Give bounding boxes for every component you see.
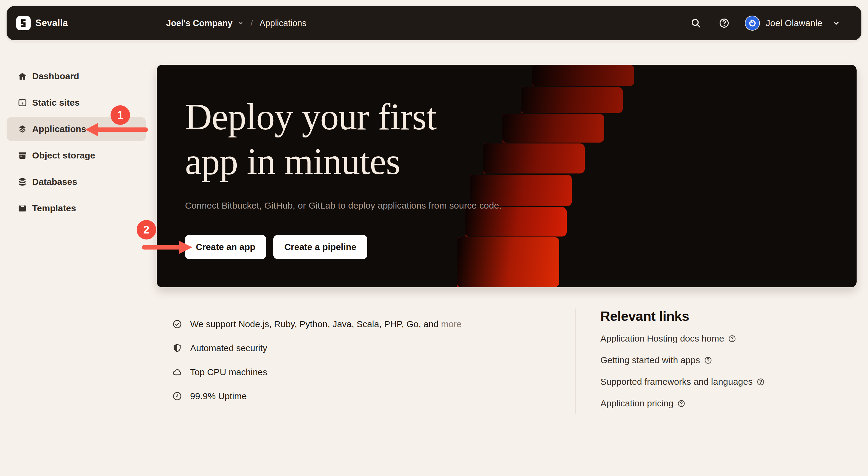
templates-icon xyxy=(18,203,27,213)
databases-icon xyxy=(18,177,27,187)
feature-row-security: Automated security xyxy=(172,341,462,355)
sidebar-item-label: Databases xyxy=(32,177,77,187)
feature-text: Top CPU machines xyxy=(190,367,267,377)
help-icon[interactable] xyxy=(718,18,730,29)
cloud-icon xyxy=(172,367,182,377)
feature-text: 99.9% Uptime xyxy=(190,391,247,401)
sidebar-item-label: Dashboard xyxy=(32,71,79,81)
check-circle-icon xyxy=(172,319,182,329)
link-frameworks[interactable]: Supported frameworks and languages xyxy=(600,376,765,388)
link-label: Application pricing xyxy=(600,398,673,408)
breadcrumb: Joel's Company / Applications xyxy=(166,6,306,40)
search-icon[interactable] xyxy=(690,18,702,29)
relevant-links: Relevant links Application Hosting docs … xyxy=(600,309,765,409)
sidebar-item-templates[interactable]: Templates xyxy=(7,196,146,220)
sidebar-item-dashboard[interactable]: Dashboard xyxy=(7,64,146,88)
link-label: Getting started with apps xyxy=(600,355,700,365)
help-circle-icon xyxy=(728,334,737,343)
home-icon xyxy=(18,71,27,81)
navbar-actions: Joel Olawanle xyxy=(690,6,840,40)
sidebar-item-object-storage[interactable]: Object storage xyxy=(7,143,146,167)
sevalla-logo-icon xyxy=(16,16,31,30)
brand[interactable]: Sevalla xyxy=(16,16,68,30)
static-sites-icon xyxy=(18,98,27,108)
relevant-links-heading: Relevant links xyxy=(600,309,765,324)
shield-icon xyxy=(172,343,182,353)
breadcrumb-page[interactable]: Applications xyxy=(259,18,306,28)
link-label: Application Hosting docs home xyxy=(600,334,724,344)
feature-row-cpu: Top CPU machines xyxy=(172,365,462,379)
sidebar-item-label: Static sites xyxy=(32,98,80,108)
applications-icon xyxy=(18,124,27,134)
top-navbar: Sevalla Joel's Company / Applications Jo… xyxy=(7,6,861,40)
feature-text: Automated security xyxy=(190,343,267,353)
annotation-badge-1: 1 xyxy=(111,105,130,125)
help-circle-icon xyxy=(704,356,712,365)
sidebar-item-label: Applications xyxy=(32,124,86,134)
vertical-divider xyxy=(576,309,576,414)
link-docs-home[interactable]: Application Hosting docs home xyxy=(600,333,765,345)
hero-subtitle: Connect Bitbucket, GitHub, or GitLab to … xyxy=(185,201,502,211)
link-label: Supported frameworks and languages xyxy=(600,377,753,387)
breadcrumb-separator: / xyxy=(249,18,255,28)
user-name[interactable]: Joel Olawanle xyxy=(766,18,823,28)
link-pricing[interactable]: Application pricing xyxy=(600,397,765,409)
create-pipeline-button[interactable]: Create a pipeline xyxy=(273,235,367,259)
sidebar-item-databases[interactable]: Databases xyxy=(7,170,146,194)
brand-name: Sevalla xyxy=(35,18,68,29)
more-link[interactable]: more xyxy=(441,319,461,329)
feature-text: We support Node.js, Ruby, Python, Java, … xyxy=(190,319,438,329)
clock-icon xyxy=(172,391,182,401)
feature-row-uptime: 99.9% Uptime xyxy=(172,389,462,403)
chevron-down-icon[interactable] xyxy=(237,20,244,26)
help-circle-icon xyxy=(756,378,765,386)
user-menu-chevron-icon[interactable] xyxy=(832,19,840,27)
sidebar-item-label: Object storage xyxy=(32,150,95,161)
annotation-arrow-2 xyxy=(141,238,195,256)
annotation-badge-2: 2 xyxy=(137,220,156,239)
breadcrumb-company[interactable]: Joel's Company xyxy=(166,18,232,28)
feature-row-languages: We support Node.js, Ruby, Python, Java, … xyxy=(172,317,462,331)
object-storage-icon xyxy=(18,151,27,161)
create-app-button[interactable]: Create an app xyxy=(185,235,266,259)
hero-title: Deploy your first app in minutes xyxy=(185,95,436,184)
hero-buttons: Create an app Create a pipeline xyxy=(185,235,367,259)
sidebar: Dashboard Static sites Applications Obje… xyxy=(7,64,146,223)
help-circle-icon xyxy=(677,399,686,408)
avatar[interactable] xyxy=(745,15,760,31)
feature-list: We support Node.js, Ruby, Python, Java, … xyxy=(172,317,462,403)
sidebar-item-label: Templates xyxy=(32,203,76,213)
hero-banner: Deploy your first app in minutes Connect… xyxy=(157,65,857,287)
link-getting-started[interactable]: Getting started with apps xyxy=(600,354,765,366)
